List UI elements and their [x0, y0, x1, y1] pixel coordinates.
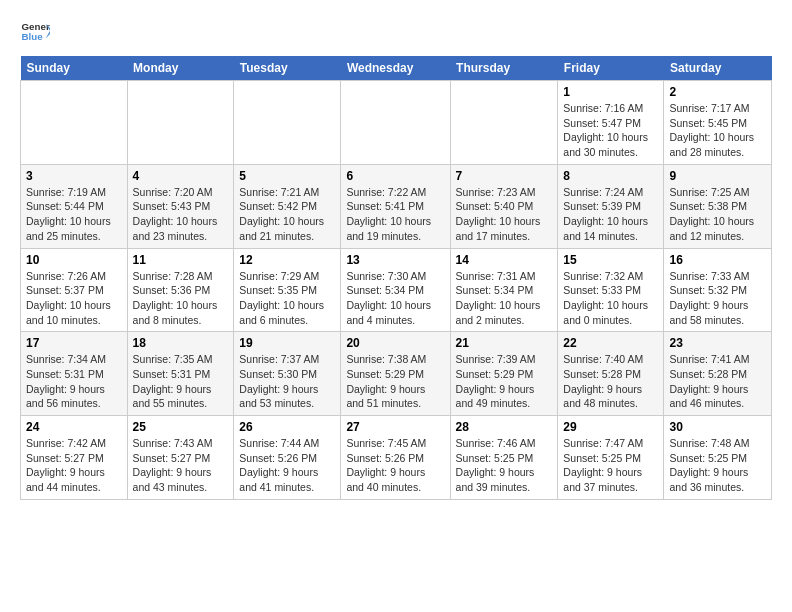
calendar-table: SundayMondayTuesdayWednesdayThursdayFrid…	[20, 56, 772, 500]
day-number: 26	[239, 420, 335, 434]
day-number: 2	[669, 85, 766, 99]
day-info: Sunrise: 7:46 AM Sunset: 5:25 PM Dayligh…	[456, 436, 553, 495]
day-number: 16	[669, 253, 766, 267]
calendar-row-0: 1Sunrise: 7:16 AM Sunset: 5:47 PM Daylig…	[21, 81, 772, 165]
calendar-cell: 10Sunrise: 7:26 AM Sunset: 5:37 PM Dayli…	[21, 248, 128, 332]
header-monday: Monday	[127, 56, 234, 81]
day-info: Sunrise: 7:45 AM Sunset: 5:26 PM Dayligh…	[346, 436, 444, 495]
day-info: Sunrise: 7:21 AM Sunset: 5:42 PM Dayligh…	[239, 185, 335, 244]
day-number: 7	[456, 169, 553, 183]
day-info: Sunrise: 7:35 AM Sunset: 5:31 PM Dayligh…	[133, 352, 229, 411]
day-number: 14	[456, 253, 553, 267]
day-info: Sunrise: 7:43 AM Sunset: 5:27 PM Dayligh…	[133, 436, 229, 495]
calendar-row-3: 17Sunrise: 7:34 AM Sunset: 5:31 PM Dayli…	[21, 332, 772, 416]
day-number: 21	[456, 336, 553, 350]
calendar-cell: 17Sunrise: 7:34 AM Sunset: 5:31 PM Dayli…	[21, 332, 128, 416]
svg-text:Blue: Blue	[22, 31, 44, 42]
day-info: Sunrise: 7:41 AM Sunset: 5:28 PM Dayligh…	[669, 352, 766, 411]
day-number: 6	[346, 169, 444, 183]
day-number: 25	[133, 420, 229, 434]
day-info: Sunrise: 7:26 AM Sunset: 5:37 PM Dayligh…	[26, 269, 122, 328]
day-info: Sunrise: 7:20 AM Sunset: 5:43 PM Dayligh…	[133, 185, 229, 244]
day-number: 9	[669, 169, 766, 183]
calendar-cell	[450, 81, 558, 165]
day-info: Sunrise: 7:33 AM Sunset: 5:32 PM Dayligh…	[669, 269, 766, 328]
day-info: Sunrise: 7:48 AM Sunset: 5:25 PM Dayligh…	[669, 436, 766, 495]
calendar-cell: 28Sunrise: 7:46 AM Sunset: 5:25 PM Dayli…	[450, 416, 558, 500]
calendar-cell: 15Sunrise: 7:32 AM Sunset: 5:33 PM Dayli…	[558, 248, 664, 332]
calendar-cell: 11Sunrise: 7:28 AM Sunset: 5:36 PM Dayli…	[127, 248, 234, 332]
calendar-cell: 12Sunrise: 7:29 AM Sunset: 5:35 PM Dayli…	[234, 248, 341, 332]
calendar-cell: 5Sunrise: 7:21 AM Sunset: 5:42 PM Daylig…	[234, 164, 341, 248]
logo: General Blue	[20, 16, 54, 46]
day-number: 19	[239, 336, 335, 350]
day-number: 18	[133, 336, 229, 350]
day-info: Sunrise: 7:19 AM Sunset: 5:44 PM Dayligh…	[26, 185, 122, 244]
calendar-row-1: 3Sunrise: 7:19 AM Sunset: 5:44 PM Daylig…	[21, 164, 772, 248]
header-saturday: Saturday	[664, 56, 772, 81]
day-number: 23	[669, 336, 766, 350]
day-info: Sunrise: 7:29 AM Sunset: 5:35 PM Dayligh…	[239, 269, 335, 328]
day-info: Sunrise: 7:38 AM Sunset: 5:29 PM Dayligh…	[346, 352, 444, 411]
day-number: 22	[563, 336, 658, 350]
calendar-cell: 9Sunrise: 7:25 AM Sunset: 5:38 PM Daylig…	[664, 164, 772, 248]
calendar-cell: 13Sunrise: 7:30 AM Sunset: 5:34 PM Dayli…	[341, 248, 450, 332]
calendar-cell	[234, 81, 341, 165]
calendar-cell: 3Sunrise: 7:19 AM Sunset: 5:44 PM Daylig…	[21, 164, 128, 248]
calendar-header-row: SundayMondayTuesdayWednesdayThursdayFrid…	[21, 56, 772, 81]
day-info: Sunrise: 7:47 AM Sunset: 5:25 PM Dayligh…	[563, 436, 658, 495]
svg-text:General: General	[22, 21, 51, 32]
header: General Blue	[20, 16, 772, 46]
calendar-cell: 18Sunrise: 7:35 AM Sunset: 5:31 PM Dayli…	[127, 332, 234, 416]
day-info: Sunrise: 7:44 AM Sunset: 5:26 PM Dayligh…	[239, 436, 335, 495]
header-wednesday: Wednesday	[341, 56, 450, 81]
day-number: 17	[26, 336, 122, 350]
calendar-cell: 6Sunrise: 7:22 AM Sunset: 5:41 PM Daylig…	[341, 164, 450, 248]
day-number: 4	[133, 169, 229, 183]
day-number: 13	[346, 253, 444, 267]
day-number: 5	[239, 169, 335, 183]
day-number: 28	[456, 420, 553, 434]
calendar-cell: 2Sunrise: 7:17 AM Sunset: 5:45 PM Daylig…	[664, 81, 772, 165]
day-info: Sunrise: 7:31 AM Sunset: 5:34 PM Dayligh…	[456, 269, 553, 328]
day-info: Sunrise: 7:32 AM Sunset: 5:33 PM Dayligh…	[563, 269, 658, 328]
calendar-cell: 1Sunrise: 7:16 AM Sunset: 5:47 PM Daylig…	[558, 81, 664, 165]
day-number: 15	[563, 253, 658, 267]
calendar-cell	[341, 81, 450, 165]
calendar-cell	[21, 81, 128, 165]
header-thursday: Thursday	[450, 56, 558, 81]
calendar-cell: 14Sunrise: 7:31 AM Sunset: 5:34 PM Dayli…	[450, 248, 558, 332]
day-info: Sunrise: 7:22 AM Sunset: 5:41 PM Dayligh…	[346, 185, 444, 244]
calendar-cell: 23Sunrise: 7:41 AM Sunset: 5:28 PM Dayli…	[664, 332, 772, 416]
day-number: 27	[346, 420, 444, 434]
day-info: Sunrise: 7:25 AM Sunset: 5:38 PM Dayligh…	[669, 185, 766, 244]
calendar-row-2: 10Sunrise: 7:26 AM Sunset: 5:37 PM Dayli…	[21, 248, 772, 332]
day-number: 11	[133, 253, 229, 267]
day-info: Sunrise: 7:40 AM Sunset: 5:28 PM Dayligh…	[563, 352, 658, 411]
calendar-cell: 7Sunrise: 7:23 AM Sunset: 5:40 PM Daylig…	[450, 164, 558, 248]
header-friday: Friday	[558, 56, 664, 81]
calendar-cell: 4Sunrise: 7:20 AM Sunset: 5:43 PM Daylig…	[127, 164, 234, 248]
day-info: Sunrise: 7:30 AM Sunset: 5:34 PM Dayligh…	[346, 269, 444, 328]
calendar-cell: 16Sunrise: 7:33 AM Sunset: 5:32 PM Dayli…	[664, 248, 772, 332]
day-number: 10	[26, 253, 122, 267]
calendar-cell	[127, 81, 234, 165]
calendar-cell: 30Sunrise: 7:48 AM Sunset: 5:25 PM Dayli…	[664, 416, 772, 500]
day-number: 12	[239, 253, 335, 267]
day-number: 29	[563, 420, 658, 434]
calendar-cell: 21Sunrise: 7:39 AM Sunset: 5:29 PM Dayli…	[450, 332, 558, 416]
header-tuesday: Tuesday	[234, 56, 341, 81]
day-number: 30	[669, 420, 766, 434]
day-number: 1	[563, 85, 658, 99]
calendar-cell: 24Sunrise: 7:42 AM Sunset: 5:27 PM Dayli…	[21, 416, 128, 500]
header-sunday: Sunday	[21, 56, 128, 81]
day-number: 20	[346, 336, 444, 350]
day-info: Sunrise: 7:28 AM Sunset: 5:36 PM Dayligh…	[133, 269, 229, 328]
calendar-cell: 20Sunrise: 7:38 AM Sunset: 5:29 PM Dayli…	[341, 332, 450, 416]
calendar-cell: 8Sunrise: 7:24 AM Sunset: 5:39 PM Daylig…	[558, 164, 664, 248]
day-info: Sunrise: 7:42 AM Sunset: 5:27 PM Dayligh…	[26, 436, 122, 495]
day-number: 8	[563, 169, 658, 183]
logo-icon: General Blue	[20, 16, 50, 46]
day-info: Sunrise: 7:24 AM Sunset: 5:39 PM Dayligh…	[563, 185, 658, 244]
calendar-cell: 25Sunrise: 7:43 AM Sunset: 5:27 PM Dayli…	[127, 416, 234, 500]
